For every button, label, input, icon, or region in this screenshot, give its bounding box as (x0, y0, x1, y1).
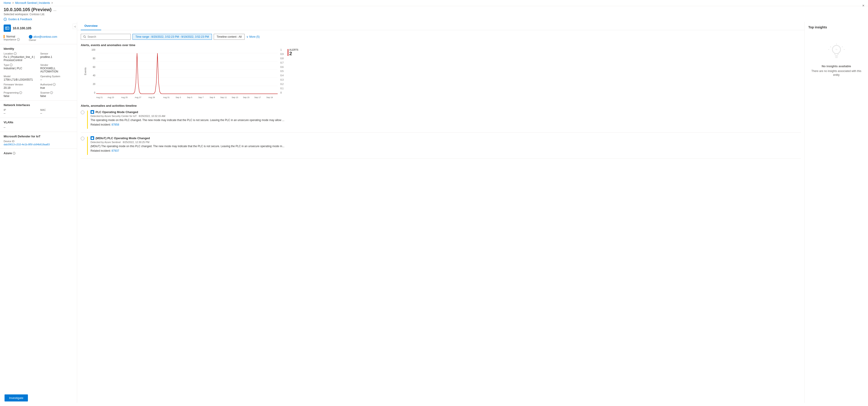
device-id-field: Device ID dab39013-c310-4e1b-8f5f-cb94b6… (4, 140, 73, 146)
model-field: Model 1756-L71/B LOGIX5571 (4, 75, 37, 81)
breadcrumb-home[interactable]: Home (4, 1, 11, 4)
device-header: 10.0.100.105 (0, 22, 77, 34)
timeline-title: Alerts, anomalies and activities timelin… (81, 104, 801, 108)
incident-link-1[interactable]: 87858 (112, 123, 119, 126)
collapse-panel-button[interactable]: ◁ (72, 24, 77, 29)
device-name: 10.0.100.105 (13, 26, 31, 30)
svg-point-8 (84, 36, 85, 37)
y-right-0.2: 0.2 (280, 83, 285, 85)
authorized-label: Authorized i (40, 83, 73, 86)
identity-section: Identity Location i Fa 1 | Production_li… (0, 45, 77, 99)
location-label: Location i (4, 52, 37, 55)
owner-avatar: 👤 (29, 35, 32, 38)
no-insights-desc: There are no insights associated with th… (808, 69, 864, 77)
azure-section: Azure i (0, 150, 77, 158)
breadcrumb-sep1: > (12, 1, 14, 4)
timeline-radio-2[interactable] (81, 137, 84, 140)
importance-info-icon[interactable]: i (17, 38, 20, 41)
svg-rect-2 (5, 27, 9, 30)
chart-title: Alerts, events and anomalies over time (81, 44, 801, 47)
main-content: Overview Time range : 8/20/2022, 3:52:23… (77, 22, 804, 403)
chart-svg: Aug 21 Aug 23 Aug 25 Aug 27 Aug 29 Aug 3… (96, 49, 278, 98)
status-row: Normal Importance i 👤 alice@contoso.com … (0, 34, 77, 43)
bulb-icon (827, 43, 845, 61)
y-right-0.1: 0.1 (280, 87, 285, 90)
type-info-icon[interactable]: i (10, 64, 12, 66)
y-tick-80: 80 (91, 57, 95, 60)
location-field: Location i Fa 1 | Production_line_4 | Pr… (4, 52, 37, 62)
scanner-field: Scanner i false (40, 91, 73, 98)
no-insights-container: No insights available There are no insig… (808, 43, 864, 77)
programming-value: false (4, 94, 37, 98)
defender-section: Microsoft Defender for IoT Device ID dab… (0, 133, 77, 148)
mac-label: MAC (40, 109, 73, 111)
vlans-section: VLANs -- (0, 119, 77, 131)
plc-device-icon (5, 26, 9, 30)
search-input[interactable] (88, 35, 128, 38)
svg-rect-4 (7, 27, 8, 28)
close-button[interactable]: × (862, 4, 864, 8)
device-id-value[interactable]: dab39013-c310-4e1b-8f5f-cb94b618aa83 (4, 143, 73, 146)
timeline-section: Alerts, anomalies and activities timelin… (81, 104, 801, 159)
programming-info-icon[interactable]: i (19, 91, 22, 94)
svg-text:Aug 31: Aug 31 (163, 96, 170, 98)
azure-info-icon[interactable]: i (13, 152, 16, 155)
svg-text:Sep 9: Sep 9 (210, 96, 215, 98)
timeline-radio-1[interactable] (81, 111, 84, 114)
more-filters-button[interactable]: ∨ More (5) (246, 35, 259, 38)
authorized-info-icon[interactable]: i (53, 83, 56, 86)
y-right-0.9: 0.9 (280, 53, 285, 55)
importance-value: Normal (6, 35, 15, 38)
y-tick-20: 20 (91, 83, 95, 85)
shield-icon-1 (91, 110, 94, 114)
breadcrumb-sentinel[interactable]: Microsoft Sentinel | Incidents (15, 1, 50, 4)
azure-section-title: Azure i (4, 151, 73, 155)
svg-line-36 (842, 47, 843, 47)
firmware-field: Firmware Version 20.19 (4, 83, 37, 89)
incident-link-2[interactable]: 87937 (112, 149, 119, 152)
type-value: Industrial | PLC (4, 67, 37, 70)
alerts-bar-indicator (288, 49, 288, 56)
type-label: Type i (4, 64, 37, 66)
location-info-icon[interactable]: i (14, 52, 17, 55)
tab-overview[interactable]: Overview (81, 22, 101, 30)
y-right-1: 1 (280, 49, 285, 51)
timeline-content-filter[interactable]: Timeline content : All (214, 34, 245, 40)
timeline-bar-2 (87, 137, 88, 155)
y-tick-60: 60 (91, 66, 95, 68)
time-range-filter[interactable]: Time range : 8/20/2022, 3:52:23 PM - 9/1… (132, 34, 212, 40)
more-options-icon[interactable]: ... (53, 8, 56, 12)
model-value: 1756-L71/B LOGIX5571 (4, 78, 37, 81)
left-panel: ◁ 10.0.100.105 Normal (0, 22, 77, 403)
timeline-content-1: PLC Operating Mode Changed Detected by A… (91, 110, 801, 126)
network-section-title: Network Interfaces (4, 103, 73, 107)
y-right-0: 0 (280, 91, 285, 94)
importance-bar (4, 35, 4, 38)
scanner-info-icon[interactable]: i (50, 91, 53, 94)
breadcrumb: Home > Microsoft Sentinel | Incidents > (4, 1, 53, 4)
workspace-subtitle: Selected workspace: Contoso Ltd. (0, 12, 868, 17)
svg-line-9 (85, 37, 86, 38)
authorized-value: true (40, 86, 73, 89)
authorized-field: Authorized i true (40, 83, 73, 89)
title-bar: 10.0.100.105 (Preview) ... (0, 6, 868, 12)
alerts-count-value: 2 (289, 51, 298, 56)
y-right-0.5: 0.5 (280, 70, 285, 72)
alert-header-1: PLC Operating Mode Changed (91, 110, 801, 114)
chart-container: Alerts, events and anomalies over time E… (81, 44, 801, 98)
firmware-label: Firmware Version (4, 83, 37, 86)
scanner-value: false (40, 94, 73, 98)
no-insights-title: No insights available (822, 64, 851, 68)
right-panel: Overview Time range : 8/20/2022, 3:52:23… (77, 22, 868, 403)
mac-field: MAC -- (40, 109, 73, 115)
guides-feedback-link[interactable]: ? Guides & Feedback (0, 17, 868, 22)
investigate-button[interactable]: Investigate (4, 395, 28, 402)
page-title: 10.0.100.105 (Preview) (4, 7, 52, 12)
alert-desc-2: (MDIoT) The operating mode on this PLC c… (91, 144, 801, 148)
svg-text:Aug 21: Aug 21 (96, 96, 103, 98)
mac-value: -- (40, 112, 73, 115)
identity-section-title: Identity (4, 47, 73, 50)
y-right-0.4: 0.4 (280, 74, 285, 77)
svg-text:Sep 15: Sep 15 (243, 96, 250, 98)
identity-fields: Location i Fa 1 | Production_line_4 | Pr… (4, 52, 73, 98)
